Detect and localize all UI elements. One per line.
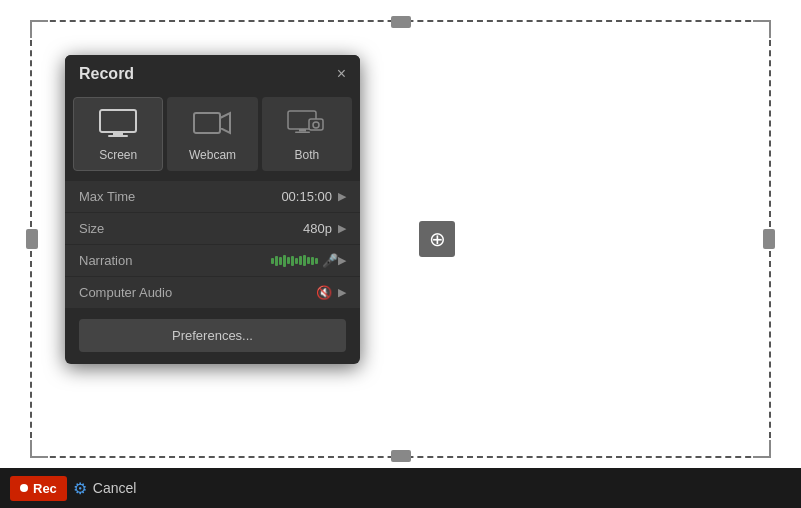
svg-rect-1 xyxy=(113,132,123,135)
bar-1 xyxy=(271,258,274,264)
setting-narration[interactable]: Narration 🎤 ▶ xyxy=(65,245,360,277)
mode-webcam-label: Webcam xyxy=(189,148,236,162)
webcam-icon xyxy=(192,108,232,142)
bar-9 xyxy=(303,255,306,266)
mode-selector: Screen Webcam B xyxy=(65,91,360,181)
narration-label: Narration xyxy=(79,253,271,268)
corner-br xyxy=(753,440,771,458)
narration-controls: 🎤 xyxy=(271,253,338,268)
size-label: Size xyxy=(79,221,303,236)
setting-max-time[interactable]: Max Time 00:15:00 ▶ xyxy=(65,181,360,213)
bar-8 xyxy=(299,256,302,265)
svg-rect-2 xyxy=(108,135,128,137)
narration-arrow: ▶ xyxy=(338,254,346,267)
corner-tl xyxy=(30,20,48,38)
bar-7 xyxy=(295,258,298,264)
corner-bl xyxy=(30,440,48,458)
dialog-header: Record × xyxy=(65,55,360,91)
bar-6 xyxy=(291,256,294,266)
rec-dot xyxy=(20,484,28,492)
size-value: 480p xyxy=(303,221,332,236)
bar-10 xyxy=(307,257,310,264)
bar-2 xyxy=(275,256,278,266)
svg-rect-6 xyxy=(299,129,306,132)
mode-both-label: Both xyxy=(294,148,319,162)
dialog-title: Record xyxy=(79,65,134,83)
max-time-label: Max Time xyxy=(79,189,281,204)
bar-5 xyxy=(287,257,290,264)
bar-4 xyxy=(283,255,286,267)
handle-right[interactable] xyxy=(763,229,775,249)
svg-marker-4 xyxy=(220,113,230,133)
both-icon xyxy=(287,108,327,142)
rec-button[interactable]: Rec xyxy=(10,476,67,501)
size-arrow: ▶ xyxy=(338,222,346,235)
computer-audio-arrow: ▶ xyxy=(338,286,346,299)
svg-rect-7 xyxy=(295,132,310,134)
max-time-arrow: ▶ xyxy=(338,190,346,203)
mode-screen[interactable]: Screen xyxy=(73,97,163,171)
move-handle[interactable]: ⊕ xyxy=(419,221,455,257)
rec-label: Rec xyxy=(33,481,57,496)
handle-top[interactable] xyxy=(391,16,411,28)
mode-webcam[interactable]: Webcam xyxy=(167,97,257,171)
mode-both[interactable]: Both xyxy=(262,97,352,171)
cancel-button[interactable]: Cancel xyxy=(93,480,137,496)
close-button[interactable]: × xyxy=(337,66,346,82)
bar-11 xyxy=(311,257,314,265)
audio-mute-icon: 🔇 xyxy=(316,285,332,300)
level-bars xyxy=(271,255,318,267)
handle-bottom[interactable] xyxy=(391,450,411,462)
setting-computer-audio[interactable]: Computer Audio 🔇 ▶ xyxy=(65,277,360,309)
handle-left[interactable] xyxy=(26,229,38,249)
mic-icon: 🎤 xyxy=(322,253,338,268)
svg-rect-3 xyxy=(194,113,220,133)
svg-rect-0 xyxy=(100,110,136,132)
mode-screen-label: Screen xyxy=(99,148,137,162)
computer-audio-label: Computer Audio xyxy=(79,285,316,300)
preferences-button[interactable]: Preferences... xyxy=(79,319,346,352)
bar-3 xyxy=(279,257,282,265)
record-dialog: Record × Screen Webcam xyxy=(65,55,360,364)
bar-12 xyxy=(315,258,318,264)
screen-icon xyxy=(98,108,138,142)
settings-section: Max Time 00:15:00 ▶ Size 480p ▶ Narratio… xyxy=(65,181,360,309)
toolbar: Rec ⚙ Cancel xyxy=(0,468,801,508)
settings-button[interactable]: ⚙ xyxy=(73,479,87,498)
corner-tr xyxy=(753,20,771,38)
max-time-value: 00:15:00 xyxy=(281,189,332,204)
setting-size[interactable]: Size 480p ▶ xyxy=(65,213,360,245)
